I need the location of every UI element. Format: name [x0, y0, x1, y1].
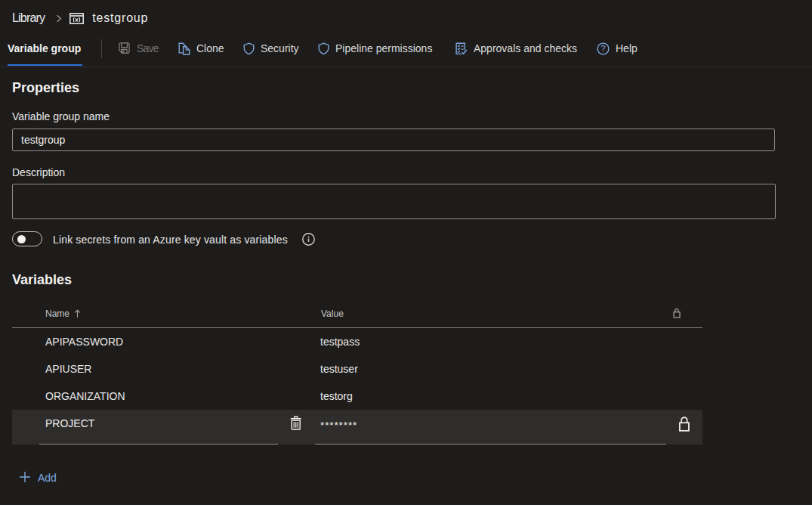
svg-text:?: ? [601, 44, 605, 53]
